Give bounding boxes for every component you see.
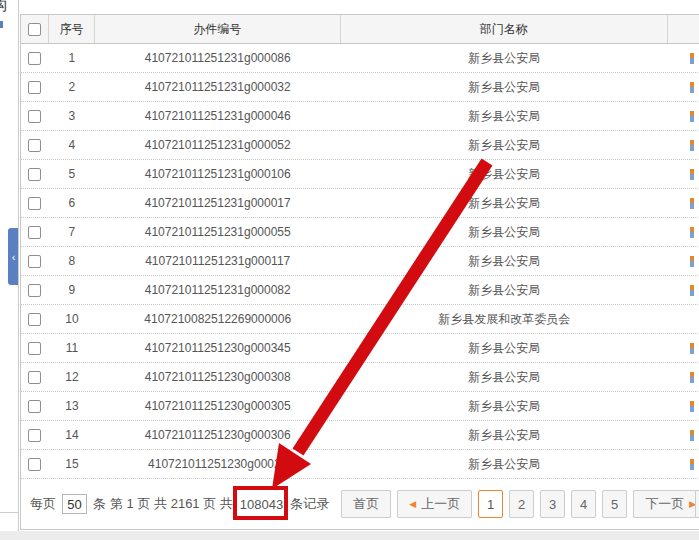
records-unit-label: 条记录 [290, 495, 329, 513]
row-checkbox[interactable] [28, 139, 41, 152]
row-checkbox-cell [21, 218, 49, 246]
row-checkbox[interactable] [28, 458, 41, 471]
clipped-cell [668, 450, 699, 478]
row-checkbox[interactable] [28, 110, 41, 123]
row-doc-number: 410721011251231g000055 [95, 218, 341, 246]
row-checkbox-cell [21, 189, 49, 217]
row-checkbox[interactable] [28, 226, 41, 239]
page-info-text: 第 1 页 共 2161 页 共 [110, 495, 233, 513]
clipped-status-glyph [690, 227, 694, 238]
row-doc-number: 410721011251230g000305 [95, 392, 341, 420]
header-checkbox-cell [21, 15, 49, 43]
row-checkbox[interactable] [28, 313, 41, 326]
row-checkbox[interactable] [28, 429, 41, 442]
row-doc-number: 410721011251230g00026 [95, 450, 341, 478]
last-page-button-clipped[interactable] [695, 490, 699, 518]
row-seq-number: 15 [49, 450, 95, 478]
row-checkbox[interactable] [28, 284, 41, 297]
table-row: 8 410721011251231g000117 新乡县公安局 [21, 247, 699, 276]
table-row: 13 410721011251230g000305 新乡县公安局 [21, 392, 699, 421]
clipped-cell [668, 189, 699, 217]
clipped-cell [668, 363, 699, 391]
clipped-status-glyph [690, 140, 694, 151]
clipped-status-glyph [690, 53, 694, 64]
table-row: 10 4107210082512269000006 新乡县发展和改革委员会 [21, 305, 699, 334]
table-row: 1 410721011251231g000086 新乡县公安局 [21, 44, 699, 73]
row-doc-number: 410721011251231g000052 [95, 131, 341, 159]
row-seq-number: 11 [49, 334, 95, 362]
page-number-button[interactable]: 3 [540, 490, 565, 518]
clipped-cell [668, 421, 699, 449]
row-dept-name: 新乡县公安局 [341, 334, 669, 362]
row-doc-number: 410721011251231g000032 [95, 73, 341, 101]
row-checkbox[interactable] [28, 81, 41, 94]
row-seq-number: 4 [49, 131, 95, 159]
row-checkbox-cell [21, 102, 49, 130]
row-seq-number: 9 [49, 276, 95, 304]
row-checkbox[interactable] [28, 197, 41, 210]
select-all-checkbox[interactable] [28, 23, 41, 36]
row-seq-number: 13 [49, 392, 95, 420]
row-seq-number: 7 [49, 218, 95, 246]
row-checkbox-cell [21, 334, 49, 362]
row-checkbox[interactable] [28, 255, 41, 268]
page-number-button[interactable]: 2 [509, 490, 534, 518]
row-checkbox-cell [21, 131, 49, 159]
page-number-button[interactable]: 5 [602, 490, 627, 518]
clipped-cell [668, 102, 699, 130]
page-number-button[interactable]: 1 [478, 490, 503, 518]
row-checkbox[interactable] [28, 52, 41, 65]
clipped-cell [668, 334, 699, 362]
clipped-status-glyph [690, 256, 694, 267]
row-checkbox[interactable] [28, 400, 41, 413]
row-checkbox-cell [21, 73, 49, 101]
row-checkbox-cell [21, 247, 49, 275]
table-row: 11 410721011251230g000345 新乡县公安局 [21, 334, 699, 363]
column-header-seq: 序号 [49, 15, 95, 43]
vertical-divider [18, 0, 19, 531]
clipped-link-fragment [0, 21, 3, 28]
clipped-status-glyph [690, 198, 694, 209]
clipped-status-glyph [690, 430, 694, 441]
row-dept-name: 新乡县公安局 [341, 73, 669, 101]
table-row: 12 410721011251230g000308 新乡县公安局 [21, 363, 699, 392]
row-dept-name: 新乡县发展和改革委员会 [341, 305, 669, 333]
row-doc-number: 410721011251230g000306 [95, 421, 341, 449]
clipped-status-glyph [690, 285, 694, 296]
row-checkbox-cell [21, 44, 49, 72]
prev-page-button[interactable]: ◀ 上一页 [397, 490, 472, 518]
row-checkbox-cell [21, 276, 49, 304]
collapsed-sidebar: 构 ‹ [0, 0, 19, 540]
prev-arrow-icon: ◀ [409, 499, 416, 509]
total-records-wrap: 108043 [240, 497, 283, 512]
row-dept-name: 新乡县公安局 [341, 218, 669, 246]
clipped-cell [668, 247, 699, 275]
row-seq-number: 10 [49, 305, 95, 333]
row-dept-name: 新乡县公安局 [341, 392, 669, 420]
row-dept-name: 新乡县公安局 [341, 276, 669, 304]
clipped-cell [668, 305, 699, 333]
row-doc-number: 410721011251231g000017 [95, 189, 341, 217]
row-seq-number: 3 [49, 102, 95, 130]
clipped-cell [668, 160, 699, 188]
table-row: 2 410721011251231g000032 新乡县公安局 [21, 73, 699, 102]
table-row: 3 410721011251231g000046 新乡县公安局 [21, 102, 699, 131]
first-page-button[interactable]: 首页 [341, 490, 391, 518]
page-number-button[interactable]: 4 [571, 490, 596, 518]
clipped-status-glyph [690, 401, 694, 412]
row-checkbox[interactable] [28, 168, 41, 181]
row-doc-number: 410721011251231g000046 [95, 102, 341, 130]
clipped-status-glyph [690, 169, 694, 180]
row-dept-name: 新乡县公安局 [341, 102, 669, 130]
table-row: 5 410721011251231g000106 新乡县公安局 [21, 160, 699, 189]
clipped-status-glyph [690, 459, 694, 470]
row-checkbox[interactable] [28, 342, 41, 355]
per-page-input[interactable] [62, 494, 87, 514]
row-dept-name: 新乡县公安局 [341, 421, 669, 449]
row-doc-number: 410721011251230g000345 [95, 334, 341, 362]
per-page-label: 每页 [30, 495, 56, 513]
row-checkbox[interactable] [28, 371, 41, 384]
next-page-button[interactable]: 下一页 ▶ [633, 490, 699, 518]
column-header-dept: 部门名称 [341, 15, 669, 43]
clipped-sidebar-text: 构 [0, 0, 7, 15]
